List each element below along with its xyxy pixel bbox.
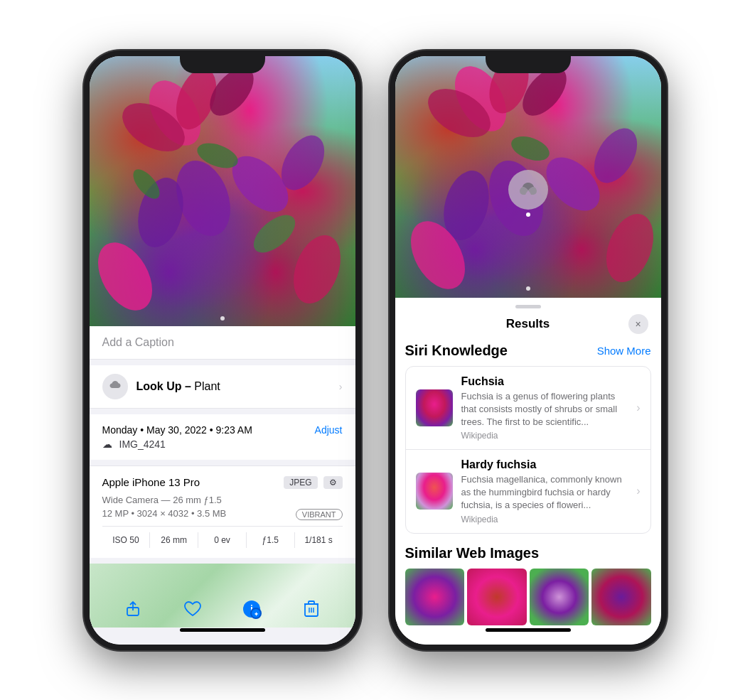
cloud-icon: ☁: [102, 438, 112, 450]
knowledge-card: Fuchsia Fuchsia is a genus of flowering …: [405, 366, 651, 534]
lens-info: Wide Camera — 26 mm ƒ1.5: [102, 495, 343, 505]
left-phone: Add a Caption Look Up – Plant ›: [84, 50, 361, 650]
right-screen: Results × Siri Knowledge Show More: [395, 56, 661, 645]
right-phone: Results × Siri Knowledge Show More: [390, 50, 667, 650]
adjust-button[interactable]: Adjust: [315, 424, 343, 436]
exif-row: ISO 50 26 mm 0 ev ƒ1.5 1/181 s: [102, 526, 343, 548]
shutter-value: 1/181 s: [295, 532, 343, 548]
heart-button[interactable]: [177, 593, 208, 625]
svg-point-31: [508, 131, 552, 165]
hardy-source: Wikipedia: [461, 515, 626, 524]
left-screen: Add a Caption Look Up – Plant ›: [90, 56, 355, 645]
similar-title: Similar Web Images: [405, 545, 540, 561]
bottom-toolbar: i ✦: [90, 593, 355, 625]
results-panel: Results × Siri Knowledge Show More: [395, 298, 661, 645]
notch: [180, 50, 265, 73]
siri-knowledge-header: Siri Knowledge Show More: [405, 343, 651, 359]
lookup-row[interactable]: Look Up – Plant ›: [90, 365, 355, 409]
results-title: Results: [428, 317, 628, 331]
mp-info: 12 MP • 3024 × 4032 • 3.5 MB: [102, 508, 227, 519]
gear-icon: ⚙: [323, 476, 343, 489]
photo-area: [90, 56, 355, 326]
aperture-value: ƒ1.5: [247, 532, 295, 548]
page-indicator: [220, 316, 225, 321]
similar-image-4[interactable]: [591, 569, 651, 625]
visual-intelligence-button[interactable]: [508, 170, 548, 210]
specs-row: 12 MP • 3024 × 4032 • 3.5 MB VIBRANT: [102, 508, 343, 522]
hardy-name: Hardy fuchsia: [461, 458, 626, 471]
page-indicator-right: [526, 286, 530, 291]
similar-image-3[interactable]: [530, 569, 589, 625]
similar-web-images-section: Similar Web Images: [405, 545, 651, 625]
lookup-icon: [102, 374, 128, 399]
fuchsia-chevron: ›: [636, 402, 640, 414]
similar-images-row: [405, 569, 651, 625]
meta-section: Monday • May 30, 2022 • 9:23 AM Adjust ☁…: [90, 414, 355, 460]
home-indicator[interactable]: [180, 628, 265, 632]
ev-value: 0 ev: [198, 532, 247, 548]
delete-button[interactable]: [296, 593, 327, 625]
photo-date: Monday • May 30, 2022 • 9:23 AM: [102, 424, 252, 436]
jpeg-badge: JPEG: [284, 476, 317, 489]
fuchsia-text: Fuchsia Fuchsia is a genus of flowering …: [461, 375, 626, 441]
results-header: Results ×: [395, 308, 661, 343]
lookup-label: Look Up – Plant: [136, 380, 220, 393]
similar-image-2[interactable]: [467, 569, 527, 625]
results-content: Siri Knowledge Show More Fuchsia Fuchsia…: [395, 343, 661, 645]
fuchsia-desc: Fuchsia is a genus of flowering plants t…: [461, 390, 626, 429]
iso-value: ISO 50: [102, 532, 151, 548]
fuchsia-source: Wikipedia: [461, 431, 626, 441]
close-button[interactable]: ×: [628, 314, 648, 334]
caption-area[interactable]: Add a Caption: [90, 326, 355, 360]
notch-right: [486, 50, 571, 73]
hardy-thumbnail: [416, 473, 453, 510]
vi-dot: [526, 212, 530, 217]
caption-placeholder: Add a Caption: [102, 336, 174, 348]
hardy-chevron: ›: [636, 485, 640, 497]
hardy-text: Hardy fuchsia Fuchsia magellanica, commo…: [461, 458, 626, 524]
lookup-chevron: ›: [339, 381, 343, 392]
siri-knowledge-title: Siri Knowledge: [405, 343, 508, 359]
svg-point-30: [597, 207, 660, 288]
photo-area-right: [395, 56, 661, 298]
svg-rect-20: [309, 601, 314, 604]
fuchsia-thumbnail: [416, 389, 453, 426]
filename-row: ☁ IMG_4241: [102, 438, 343, 450]
similar-header: Similar Web Images: [405, 545, 651, 561]
focal-value: 26 mm: [150, 532, 198, 548]
show-more-button[interactable]: Show More: [597, 345, 651, 357]
hardy-desc: Fuchsia magellanica, commonly known as t…: [461, 473, 626, 512]
camera-name: Apple iPhone 13 Pro: [102, 476, 200, 488]
knowledge-item-hardy[interactable]: Hardy fuchsia Fuchsia magellanica, commo…: [406, 450, 650, 533]
knowledge-item-fuchsia[interactable]: Fuchsia Fuchsia is a genus of flowering …: [406, 367, 650, 451]
filename: IMG_4241: [119, 438, 166, 450]
share-button[interactable]: [117, 593, 149, 625]
info-button[interactable]: i ✦: [236, 593, 267, 625]
vibrant-badge: VIBRANT: [296, 509, 343, 520]
camera-section: Apple iPhone 13 Pro JPEG ⚙ Wide Camera —…: [90, 465, 355, 558]
fuchsia-name: Fuchsia: [461, 375, 626, 388]
similar-image-1[interactable]: [405, 569, 465, 625]
home-indicator-right[interactable]: [486, 628, 571, 632]
svg-text:✦: ✦: [254, 611, 259, 618]
